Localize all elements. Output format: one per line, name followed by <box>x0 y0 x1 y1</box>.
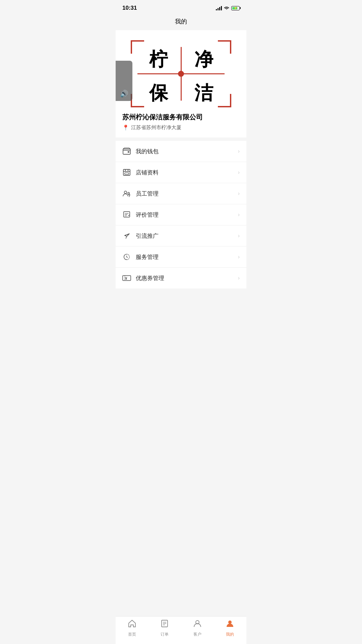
corner-br <box>218 94 231 107</box>
status-icons: ⚡ <box>216 6 240 10</box>
logo-frame: 柠 净 保 洁 <box>131 40 231 107</box>
page-header: 我的 <box>116 15 246 30</box>
location-icon: 📍 <box>122 124 129 131</box>
status-time: 10:31 <box>122 5 137 11</box>
promote-label: 引流推广 <box>136 232 159 240</box>
menu-section: 我的钱包 › 店铺资料 › <box>116 141 246 288</box>
corner-bl <box>131 94 144 107</box>
wallet-icon <box>122 147 131 156</box>
volume-icon: 🔊 <box>120 90 128 98</box>
wallet-label: 我的钱包 <box>136 148 159 155</box>
staff-label: 员工管理 <box>136 190 159 198</box>
corner-tl <box>131 40 144 54</box>
review-icon <box>122 210 131 219</box>
menu-left-coupon: ¥ 优惠券管理 <box>122 274 164 282</box>
hero-section: 柠 净 保 洁 🔊 <box>116 30 246 107</box>
store-icon <box>122 168 131 177</box>
review-arrow: › <box>238 212 240 218</box>
menu-item-wallet[interactable]: 我的钱包 › <box>116 141 246 162</box>
svg-point-6 <box>128 193 129 194</box>
battery-icon: ⚡ <box>231 6 240 10</box>
menu-item-promote[interactable]: 引流推广 › <box>116 225 246 247</box>
menu-item-service[interactable]: 服务管理 › <box>116 247 246 268</box>
wallet-arrow: › <box>238 148 240 154</box>
center-dot <box>178 71 184 77</box>
coupon-label: 优惠券管理 <box>136 274 164 282</box>
status-bar: 10:31 ⚡ <box>116 0 246 15</box>
promote-arrow: › <box>238 233 240 239</box>
svg-rect-7 <box>124 212 130 217</box>
signal-icon <box>216 6 222 10</box>
svg-text:¥: ¥ <box>125 276 127 280</box>
service-icon <box>122 253 131 261</box>
svg-rect-3 <box>125 173 129 174</box>
service-arrow: › <box>238 254 240 260</box>
promote-icon <box>122 231 131 240</box>
store-arrow: › <box>238 169 240 175</box>
menu-item-review[interactable]: 评价管理 › <box>116 204 246 225</box>
wifi-icon <box>224 6 229 10</box>
menu-left-service: 服务管理 <box>122 253 159 261</box>
coupon-arrow: › <box>238 275 240 281</box>
menu-item-staff[interactable]: 员工管理 › <box>116 183 246 204</box>
menu-left-wallet: 我的钱包 <box>122 147 159 156</box>
coupon-icon: ¥ <box>122 274 131 282</box>
staff-icon <box>122 189 131 198</box>
svg-point-4 <box>124 191 127 194</box>
menu-item-store[interactable]: 店铺资料 › <box>116 162 246 183</box>
menu-left-store: 店铺资料 <box>122 168 159 177</box>
review-label: 评价管理 <box>136 211 159 219</box>
page-title: 我的 <box>175 18 187 25</box>
menu-item-coupon[interactable]: ¥ 优惠券管理 › <box>116 268 246 288</box>
staff-arrow: › <box>238 191 240 197</box>
company-name: 苏州柠沁保洁服务有限公司 <box>122 113 240 122</box>
volume-overlay[interactable]: 🔊 <box>116 61 132 101</box>
address-text: 江苏省苏州市柠净大厦 <box>131 124 181 131</box>
corner-tr <box>218 40 231 54</box>
menu-left-review: 评价管理 <box>122 210 159 219</box>
svg-rect-1 <box>128 151 129 153</box>
service-label: 服务管理 <box>136 253 159 261</box>
company-info: 苏州柠沁保洁服务有限公司 📍 江苏省苏州市柠净大厦 <box>116 107 246 138</box>
menu-left-promote: 引流推广 <box>122 231 159 240</box>
company-address: 📍 江苏省苏州市柠净大厦 <box>122 124 240 131</box>
menu-left-staff: 员工管理 <box>122 189 159 198</box>
store-label: 店铺资料 <box>136 169 159 176</box>
